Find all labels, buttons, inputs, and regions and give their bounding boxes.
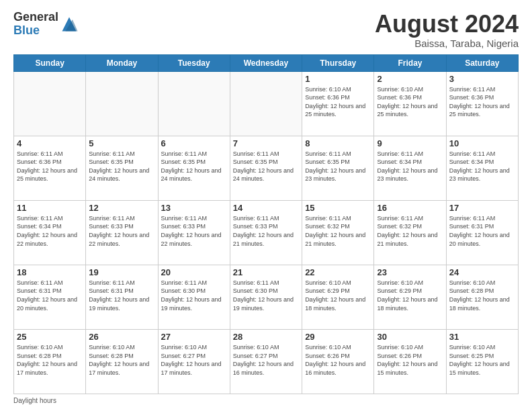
col-tuesday: Tuesday	[158, 54, 230, 71]
day-number: 24	[449, 267, 515, 277]
calendar-cell: 20Sunrise: 6:11 AM Sunset: 6:30 PM Dayli…	[158, 265, 230, 329]
day-number: 11	[17, 203, 83, 213]
day-number: 22	[305, 267, 371, 277]
logo-icon	[60, 15, 79, 34]
calendar-cell: 24Sunrise: 6:10 AM Sunset: 6:28 PM Dayli…	[446, 265, 518, 329]
calendar-week-3: 11Sunrise: 6:11 AM Sunset: 6:34 PM Dayli…	[14, 200, 519, 265]
day-number: 10	[449, 138, 515, 148]
day-number: 21	[233, 267, 299, 277]
day-info: Sunrise: 6:11 AM Sunset: 6:30 PM Dayligh…	[161, 279, 227, 312]
day-number: 3	[449, 74, 515, 84]
day-info: Sunrise: 6:11 AM Sunset: 6:35 PM Dayligh…	[161, 150, 227, 183]
day-number: 25	[17, 332, 83, 342]
day-info: Sunrise: 6:10 AM Sunset: 6:28 PM Dayligh…	[449, 279, 515, 312]
day-number: 31	[449, 332, 515, 342]
day-info: Sunrise: 6:11 AM Sunset: 6:35 PM Dayligh…	[305, 150, 371, 183]
calendar-cell: 18Sunrise: 6:11 AM Sunset: 6:31 PM Dayli…	[14, 265, 86, 329]
calendar-week-1: 1Sunrise: 6:10 AM Sunset: 6:36 PM Daylig…	[14, 71, 519, 136]
calendar-cell	[14, 71, 86, 136]
calendar-cell: 25Sunrise: 6:10 AM Sunset: 6:28 PM Dayli…	[14, 329, 86, 394]
day-info: Sunrise: 6:10 AM Sunset: 6:27 PM Dayligh…	[161, 343, 227, 377]
day-info: Sunrise: 6:10 AM Sunset: 6:28 PM Dayligh…	[89, 343, 154, 377]
day-info: Sunrise: 6:10 AM Sunset: 6:25 PM Dayligh…	[449, 343, 515, 377]
col-friday: Friday	[374, 54, 446, 71]
day-info: Sunrise: 6:11 AM Sunset: 6:36 PM Dayligh…	[449, 85, 515, 119]
calendar-table: Sunday Monday Tuesday Wednesday Thursday…	[13, 54, 519, 394]
day-info: Sunrise: 6:11 AM Sunset: 6:33 PM Dayligh…	[161, 214, 227, 248]
day-info: Sunrise: 6:11 AM Sunset: 6:32 PM Dayligh…	[305, 214, 371, 248]
calendar-cell: 22Sunrise: 6:10 AM Sunset: 6:29 PM Dayli…	[302, 265, 374, 329]
calendar-week-5: 25Sunrise: 6:10 AM Sunset: 6:28 PM Dayli…	[14, 329, 519, 394]
page: General Blue August 2024 Baissa, Taraba,…	[0, 0, 532, 411]
day-number: 23	[377, 267, 443, 277]
logo: General Blue	[13, 11, 79, 38]
col-saturday: Saturday	[446, 54, 518, 71]
day-number: 30	[377, 332, 443, 342]
calendar-cell: 6Sunrise: 6:11 AM Sunset: 6:35 PM Daylig…	[158, 136, 230, 200]
logo-text: General Blue	[13, 11, 58, 38]
day-number: 8	[305, 138, 371, 148]
day-info: Sunrise: 6:11 AM Sunset: 6:30 PM Dayligh…	[233, 279, 299, 312]
calendar-week-4: 18Sunrise: 6:11 AM Sunset: 6:31 PM Dayli…	[14, 265, 519, 329]
calendar-cell	[158, 71, 230, 136]
day-info: Sunrise: 6:10 AM Sunset: 6:36 PM Dayligh…	[305, 85, 371, 119]
day-number: 26	[89, 332, 154, 342]
day-number: 14	[233, 203, 299, 213]
day-info: Sunrise: 6:11 AM Sunset: 6:33 PM Dayligh…	[89, 214, 154, 248]
calendar-cell: 28Sunrise: 6:10 AM Sunset: 6:27 PM Dayli…	[230, 329, 302, 394]
calendar-cell: 29Sunrise: 6:10 AM Sunset: 6:26 PM Dayli…	[302, 329, 374, 394]
day-info: Sunrise: 6:10 AM Sunset: 6:29 PM Dayligh…	[377, 279, 443, 312]
calendar-cell: 14Sunrise: 6:11 AM Sunset: 6:33 PM Dayli…	[230, 200, 302, 265]
calendar-cell: 8Sunrise: 6:11 AM Sunset: 6:35 PM Daylig…	[302, 136, 374, 200]
calendar-cell: 23Sunrise: 6:10 AM Sunset: 6:29 PM Dayli…	[374, 265, 446, 329]
calendar-cell: 4Sunrise: 6:11 AM Sunset: 6:36 PM Daylig…	[14, 136, 86, 200]
calendar-cell: 27Sunrise: 6:10 AM Sunset: 6:27 PM Dayli…	[158, 329, 230, 394]
col-monday: Monday	[86, 54, 158, 71]
day-info: Sunrise: 6:11 AM Sunset: 6:31 PM Dayligh…	[17, 279, 83, 312]
day-number: 18	[17, 267, 83, 277]
calendar-cell: 10Sunrise: 6:11 AM Sunset: 6:34 PM Dayli…	[446, 136, 518, 200]
day-number: 12	[89, 203, 154, 213]
calendar-cell: 11Sunrise: 6:11 AM Sunset: 6:34 PM Dayli…	[14, 200, 86, 265]
calendar-week-2: 4Sunrise: 6:11 AM Sunset: 6:36 PM Daylig…	[14, 136, 519, 200]
day-number: 28	[233, 332, 299, 342]
day-info: Sunrise: 6:11 AM Sunset: 6:32 PM Dayligh…	[377, 214, 443, 248]
calendar-cell: 17Sunrise: 6:11 AM Sunset: 6:31 PM Dayli…	[446, 200, 518, 265]
day-number: 20	[161, 267, 227, 277]
day-info: Sunrise: 6:11 AM Sunset: 6:34 PM Dayligh…	[449, 150, 515, 183]
calendar-header-row: Sunday Monday Tuesday Wednesday Thursday…	[14, 54, 519, 71]
col-sunday: Sunday	[14, 54, 86, 71]
month-year: August 2024	[375, 11, 519, 38]
day-number: 9	[377, 138, 443, 148]
calendar-cell: 21Sunrise: 6:11 AM Sunset: 6:30 PM Dayli…	[230, 265, 302, 329]
day-info: Sunrise: 6:10 AM Sunset: 6:28 PM Dayligh…	[17, 343, 83, 377]
day-number: 1	[305, 74, 371, 84]
calendar-cell: 13Sunrise: 6:11 AM Sunset: 6:33 PM Dayli…	[158, 200, 230, 265]
day-info: Sunrise: 6:11 AM Sunset: 6:33 PM Dayligh…	[233, 214, 299, 248]
day-info: Sunrise: 6:10 AM Sunset: 6:36 PM Dayligh…	[377, 85, 443, 119]
calendar-cell: 30Sunrise: 6:10 AM Sunset: 6:26 PM Dayli…	[374, 329, 446, 394]
day-info: Sunrise: 6:10 AM Sunset: 6:26 PM Dayligh…	[377, 343, 443, 377]
day-number: 16	[377, 203, 443, 213]
day-info: Sunrise: 6:11 AM Sunset: 6:35 PM Dayligh…	[233, 150, 299, 183]
header: General Blue August 2024 Baissa, Taraba,…	[13, 11, 519, 49]
col-thursday: Thursday	[302, 54, 374, 71]
calendar-cell: 31Sunrise: 6:10 AM Sunset: 6:25 PM Dayli…	[446, 329, 518, 394]
title-block: August 2024 Baissa, Taraba, Nigeria	[375, 11, 519, 49]
day-info: Sunrise: 6:11 AM Sunset: 6:36 PM Dayligh…	[17, 150, 83, 183]
calendar-cell: 5Sunrise: 6:11 AM Sunset: 6:35 PM Daylig…	[86, 136, 158, 200]
calendar-cell: 26Sunrise: 6:10 AM Sunset: 6:28 PM Dayli…	[86, 329, 158, 394]
calendar-cell: 1Sunrise: 6:10 AM Sunset: 6:36 PM Daylig…	[302, 71, 374, 136]
day-number: 27	[161, 332, 227, 342]
calendar-cell: 12Sunrise: 6:11 AM Sunset: 6:33 PM Dayli…	[86, 200, 158, 265]
calendar-cell: 7Sunrise: 6:11 AM Sunset: 6:35 PM Daylig…	[230, 136, 302, 200]
calendar-cell: 16Sunrise: 6:11 AM Sunset: 6:32 PM Dayli…	[374, 200, 446, 265]
day-number: 29	[305, 332, 371, 342]
day-number: 6	[161, 138, 227, 148]
day-number: 5	[89, 138, 154, 148]
calendar-cell: 19Sunrise: 6:11 AM Sunset: 6:31 PM Dayli…	[86, 265, 158, 329]
day-number: 7	[233, 138, 299, 148]
day-info: Sunrise: 6:10 AM Sunset: 6:27 PM Dayligh…	[233, 343, 299, 377]
day-info: Sunrise: 6:11 AM Sunset: 6:31 PM Dayligh…	[449, 214, 515, 248]
day-number: 13	[161, 203, 227, 213]
